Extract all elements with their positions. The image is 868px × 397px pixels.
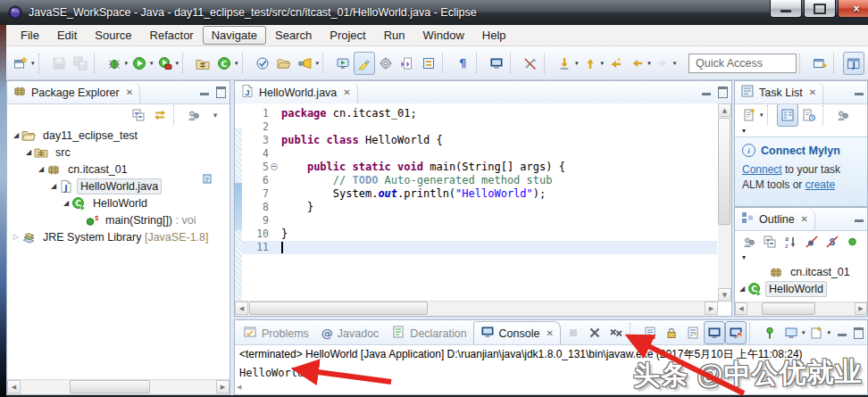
menu-search[interactable]: Search [266, 26, 321, 45]
menu-project[interactable]: Project [321, 26, 374, 45]
menu-run[interactable]: Run [375, 26, 414, 45]
display-console-dropdown-icon[interactable]: ▾ [802, 329, 805, 336]
search-dropdown-icon[interactable]: ▾ [316, 60, 320, 67]
code-line-10[interactable]: 10} [242, 227, 717, 241]
next-annotation-button[interactable] [396, 52, 418, 75]
tree-twisty-icon[interactable]: ◢ [36, 165, 46, 173]
new-java-class-dropdown-icon[interactable]: ▾ [235, 60, 238, 67]
scrollbar-thumb[interactable] [70, 380, 150, 393]
code-line-5[interactable]: 5 public static void main(String[] args)… [242, 161, 717, 174]
save-all-button[interactable] [70, 52, 91, 75]
external-tools-button[interactable] [375, 52, 396, 75]
last-edit-location-button[interactable] [554, 52, 575, 75]
categorized-button[interactable] [777, 103, 798, 127]
collapse-all-button[interactable] [759, 230, 780, 253]
outline-hscrollbar[interactable]: ◀ ▶ [735, 302, 867, 316]
search-button[interactable] [295, 52, 316, 75]
scheduled-button[interactable] [798, 103, 820, 127]
debug-button[interactable] [104, 52, 125, 75]
show-source-button[interactable] [520, 52, 541, 75]
minimize-view-icon[interactable] [855, 93, 864, 95]
view-menu-icon[interactable]: ▾ [742, 253, 746, 261]
display-console-button[interactable] [780, 321, 802, 344]
terminate-button[interactable] [563, 321, 584, 344]
tree-item-main-string-[interactable]: Smain(String[]) : voi [7, 211, 230, 228]
code-line-4[interactable]: 4 [242, 147, 717, 161]
open-perspective-button[interactable] [809, 52, 830, 75]
people-button[interactable] [739, 230, 759, 253]
console-view-button[interactable] [486, 52, 507, 75]
link-view-button[interactable] [149, 103, 171, 127]
maximize-view-icon[interactable] [854, 327, 864, 339]
code-line-8[interactable]: 8 } [242, 201, 717, 214]
open-console-dropdown-icon[interactable]: ▾ [827, 329, 830, 336]
code-line-3[interactable]: 3public class HelloWorld { [242, 134, 717, 147]
word-wrap-button[interactable] [682, 321, 704, 344]
view-menu-icon[interactable]: ▾ [742, 127, 746, 135]
scroll-down-icon[interactable]: ▼ [718, 288, 731, 302]
java-perspective-button[interactable]: J [843, 52, 864, 75]
run-button[interactable] [129, 52, 150, 75]
hide-nonpublic-button[interactable] [843, 230, 864, 253]
forward-button[interactable] [652, 52, 673, 75]
new-java-class-button[interactable]: C [213, 52, 235, 75]
code-line-7[interactable]: 7 System.out.println("HelloWorld"); [242, 187, 717, 201]
view-menu-button[interactable]: ▾ [204, 103, 226, 127]
hide-static-button[interactable]: S [822, 230, 842, 253]
hide-fields-button[interactable] [801, 230, 822, 253]
scrollbar-thumb[interactable] [249, 302, 428, 315]
tree-twisty-icon[interactable]: ◢ [737, 285, 747, 293]
scroll-left-icon[interactable]: ◀ [735, 302, 747, 315]
back-dropdown-icon[interactable]: ▾ [647, 60, 651, 67]
code-line-1[interactable]: 1package cn.itcast_01; [242, 107, 717, 120]
minimize-button[interactable] [770, 0, 802, 18]
close-editor-icon[interactable]: ✕ [343, 87, 350, 97]
back-button[interactable] [626, 52, 647, 75]
tree-item-day11-eclipse-test[interactable]: ◢day11_eclipse_test [7, 127, 230, 144]
minimize-view-icon[interactable] [855, 219, 864, 222]
menu-edit[interactable]: Edit [48, 26, 86, 45]
close-view-icon[interactable]: ✕ [801, 214, 808, 224]
go-up-button[interactable] [580, 52, 601, 75]
tree-twisty-icon[interactable]: ◢ [23, 148, 34, 156]
open-console-button[interactable] [805, 321, 827, 344]
open-resource-button[interactable] [273, 52, 295, 75]
pin-console-button[interactable] [759, 321, 780, 344]
scroll-left-icon[interactable]: ◀ [7, 380, 21, 393]
show-whitespace-button[interactable]: ¶ [452, 52, 473, 75]
tree-item-cn-itcast-01[interactable]: ◢cn.itcast_01 [7, 161, 230, 178]
debug-dropdown-icon[interactable]: ▾ [125, 60, 129, 67]
tree-twisty-icon[interactable]: ◢ [48, 182, 59, 190]
run-history-button[interactable] [154, 52, 176, 75]
tree-item-helloworld-java[interactable]: ◢JHelloWorld.java [7, 178, 230, 194]
menu-window[interactable]: Window [414, 26, 473, 45]
tree-twisty-icon[interactable]: ◢ [61, 199, 71, 207]
tab-declaration[interactable]: Declaration [385, 322, 472, 344]
minimize-editor-icon[interactable] [702, 93, 711, 95]
remove-launch-button[interactable] [584, 321, 605, 344]
run-dropdown-icon[interactable]: ▾ [150, 60, 154, 67]
scroll-left-icon[interactable]: ◀ [235, 302, 248, 315]
menu-help[interactable]: Help [473, 26, 515, 45]
close-tab-icon[interactable]: ✕ [546, 328, 553, 338]
code-line-6[interactable]: 6 // TODO Auto-generated method stub [242, 174, 717, 187]
menu-refactor[interactable]: Refactor [141, 26, 203, 45]
task-list-tab[interactable]: Task List ✕ [735, 82, 823, 103]
new-java-project-button[interactable] [192, 52, 213, 75]
menu-navigate[interactable]: Navigate [203, 26, 266, 45]
scroll-left-icon[interactable]: ◀ [237, 382, 247, 393]
people-button[interactable] [183, 103, 204, 127]
new-wizard-dropdown-icon[interactable]: ▾ [31, 60, 35, 67]
save-button[interactable] [48, 52, 70, 75]
package-explorer-hscrollbar[interactable]: ◀ ▶ [7, 379, 230, 394]
minimize-view-icon[interactable] [838, 334, 847, 336]
scrollbar-thumb[interactable] [718, 118, 730, 225]
scrollbar-thumb[interactable] [762, 302, 815, 315]
close-button[interactable]: × [838, 0, 868, 18]
tree-twisty-icon[interactable]: ▷ [11, 233, 21, 241]
new-wizard-button[interactable] [10, 52, 31, 75]
code-editor[interactable]: 1package cn.itcast_01;23public class Hel… [235, 103, 731, 316]
scroll-right-icon[interactable]: ▶ [216, 380, 230, 393]
go-up-dropdown-icon[interactable]: ▾ [601, 60, 605, 67]
connect-link[interactable]: Connect [742, 163, 782, 176]
